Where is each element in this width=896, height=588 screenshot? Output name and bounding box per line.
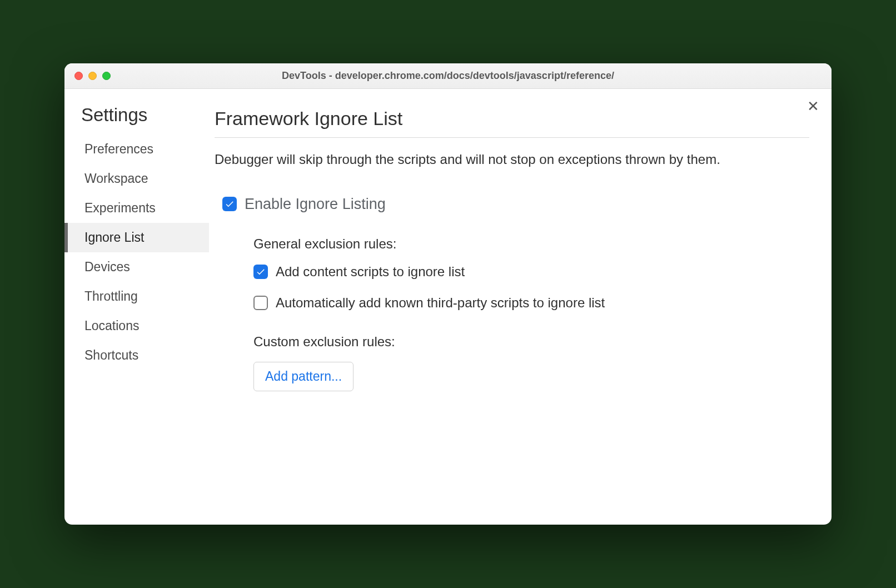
custom-exclusion-title: Custom exclusion rules: xyxy=(253,334,809,350)
sidebar-item-locations[interactable]: Locations xyxy=(64,311,209,341)
check-icon xyxy=(256,267,266,277)
sidebar-item-devices[interactable]: Devices xyxy=(64,252,209,282)
custom-exclusion-section: Custom exclusion rules: Add pattern... xyxy=(215,334,809,391)
content-area: Settings Preferences Workspace Experimen… xyxy=(64,89,832,525)
rule-third-party-row: Automatically add known third-party scri… xyxy=(253,295,809,311)
page-title: Framework Ignore List xyxy=(215,108,809,138)
window-close-button[interactable] xyxy=(74,72,83,80)
enable-ignore-listing-label: Enable Ignore Listing xyxy=(245,196,386,213)
sidebar-item-preferences[interactable]: Preferences xyxy=(64,134,209,164)
window-title: DevTools - developer.chrome.com/docs/dev… xyxy=(64,70,832,82)
enable-ignore-listing-row: Enable Ignore Listing xyxy=(215,196,809,213)
titlebar: DevTools - developer.chrome.com/docs/dev… xyxy=(64,63,832,89)
settings-sidebar: Settings Preferences Workspace Experimen… xyxy=(64,89,209,525)
general-exclusion-title: General exclusion rules: xyxy=(253,236,809,252)
add-pattern-button[interactable]: Add pattern... xyxy=(253,362,354,391)
sidebar-item-ignore-list[interactable]: Ignore List xyxy=(64,223,209,252)
sidebar-item-workspace[interactable]: Workspace xyxy=(64,164,209,193)
devtools-window: DevTools - developer.chrome.com/docs/dev… xyxy=(64,63,832,525)
rule-third-party-label: Automatically add known third-party scri… xyxy=(276,295,605,311)
rule-content-scripts-row: Add content scripts to ignore list xyxy=(253,264,809,280)
sidebar-item-experiments[interactable]: Experiments xyxy=(64,193,209,223)
sidebar-item-throttling[interactable]: Throttling xyxy=(64,282,209,311)
enable-ignore-listing-checkbox[interactable] xyxy=(222,197,237,211)
rule-content-scripts-checkbox[interactable] xyxy=(253,265,268,279)
general-exclusion-section: General exclusion rules: Add content scr… xyxy=(215,236,809,311)
settings-heading: Settings xyxy=(64,104,209,134)
main-panel: ✕ Framework Ignore List Debugger will sk… xyxy=(209,89,832,525)
window-zoom-button[interactable] xyxy=(102,72,111,80)
check-icon xyxy=(225,199,235,209)
traffic-lights xyxy=(74,72,111,80)
window-minimize-button[interactable] xyxy=(88,72,97,80)
rule-content-scripts-label: Add content scripts to ignore list xyxy=(276,264,465,280)
close-icon[interactable]: ✕ xyxy=(807,99,819,113)
rule-third-party-checkbox[interactable] xyxy=(253,296,268,310)
page-description: Debugger will skip through the scripts a… xyxy=(215,150,809,169)
sidebar-item-shortcuts[interactable]: Shortcuts xyxy=(64,341,209,370)
